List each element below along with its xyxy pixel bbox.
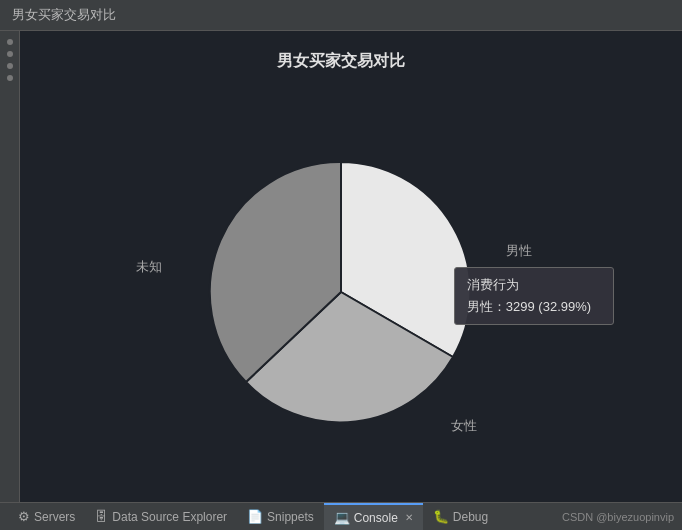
console-close-icon[interactable]: ✕: [405, 512, 413, 523]
status-bar: ⚙ Servers 🗄 Data Source Explorer 📄 Snipp…: [0, 502, 682, 530]
title-bar: 男女买家交易对比: [0, 0, 682, 31]
tab-servers[interactable]: ⚙ Servers: [8, 503, 85, 530]
console-icon: 💻: [334, 510, 350, 525]
tab-data-source-explorer[interactable]: 🗄 Data Source Explorer: [85, 503, 237, 530]
tab-debug-label: Debug: [453, 510, 488, 524]
debug-icon: 🐛: [433, 509, 449, 524]
tab-console[interactable]: 💻 Console ✕: [324, 503, 423, 530]
strip-dot-3: [7, 63, 13, 69]
chart-tooltip: 消费行为 男性：3299 (32.99%): [454, 267, 614, 325]
servers-icon: ⚙: [18, 509, 30, 524]
tooltip-header: 消费行为: [467, 276, 601, 294]
label-female: 女性: [451, 417, 477, 435]
window-title: 男女买家交易对比: [12, 6, 116, 24]
snippets-icon: 📄: [247, 509, 263, 524]
strip-dot-4: [7, 75, 13, 81]
tab-servers-label: Servers: [34, 510, 75, 524]
tooltip-value: 男性：3299 (32.99%): [467, 298, 601, 316]
label-unknown: 未知: [136, 258, 162, 276]
strip-dot-1: [7, 39, 13, 45]
main-content: 男女买家交易对比 男性 女性 未知 消费行为 男性：3299 (32.99%): [0, 31, 682, 502]
label-male: 男性: [506, 242, 532, 260]
tab-console-label: Console: [354, 511, 398, 525]
chart-area: 男性 女性 未知 消费行为 男性：3299 (32.99%): [0, 82, 682, 502]
strip-dot-2: [7, 51, 13, 57]
status-right-text: CSDN @biyezuopinvip: [562, 511, 674, 523]
data-source-icon: 🗄: [95, 509, 108, 524]
tab-snippets-label: Snippets: [267, 510, 314, 524]
tab-snippets[interactable]: 📄 Snippets: [237, 503, 324, 530]
chart-title: 男女买家交易对比: [277, 51, 405, 72]
tab-debug[interactable]: 🐛 Debug: [423, 503, 498, 530]
tab-data-source-label: Data Source Explorer: [112, 510, 227, 524]
